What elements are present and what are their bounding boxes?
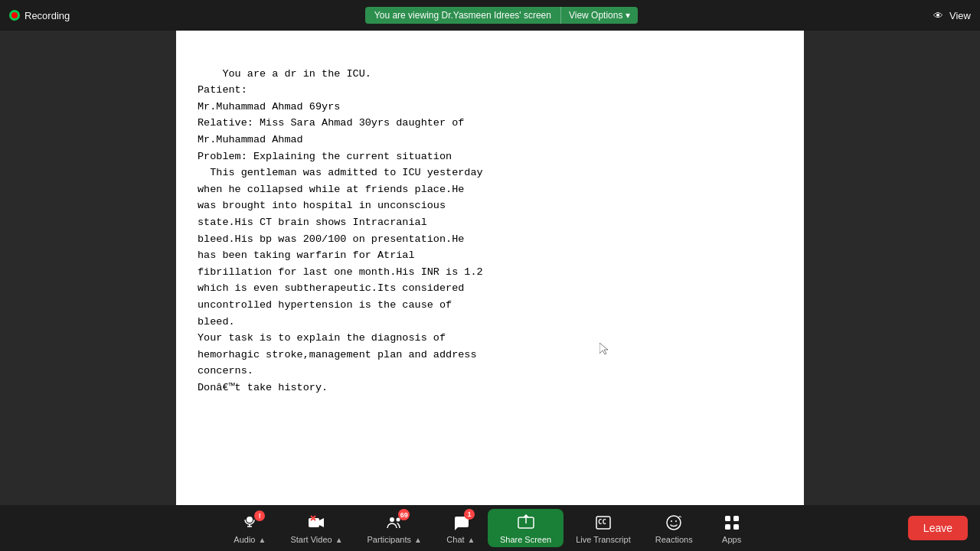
live-transcript-button[interactable]: CC Live Transcript <box>564 509 643 547</box>
svg-rect-16 <box>733 516 739 521</box>
view-label: View <box>949 10 971 21</box>
recording-green-dot <box>9 10 20 21</box>
svg-point-7 <box>390 517 394 522</box>
chat-icon: 1 <box>450 512 472 533</box>
apps-icon <box>721 512 743 533</box>
live-transcript-icon: CC <box>593 512 614 533</box>
chat-arrow: ▲ <box>468 536 475 544</box>
share-screen-icon <box>515 512 537 533</box>
shared-document: You are a dr in the ICU. Patient: Mr.Muh… <box>176 31 804 505</box>
reactions-label: Reactions <box>655 535 693 544</box>
reactions-icon <box>663 512 684 533</box>
chat-button[interactable]: 1 Chat ▲ <box>434 509 488 547</box>
reactions-button[interactable]: Reactions <box>643 509 705 547</box>
chevron-down-icon: ▾ <box>626 10 630 21</box>
participants-count: 69 <box>398 509 410 520</box>
live-transcript-label: Live Transcript <box>576 535 631 544</box>
screen-share-banner: You are viewing Dr.Yasmeen Idrees' scree… <box>365 7 639 24</box>
audio-badge: ! <box>254 510 265 521</box>
view-options-button[interactable]: View Options ▾ <box>560 7 638 24</box>
leave-button[interactable]: Leave <box>908 516 968 540</box>
svg-text:CC: CC <box>598 518 606 526</box>
video-arrow: ▲ <box>335 536 343 544</box>
participants-button[interactable]: 69 Participants ▲ <box>355 509 434 547</box>
participants-icon: 69 <box>384 512 405 533</box>
top-bar: Recording You are viewing Dr.Yasmeen Idr… <box>0 0 980 31</box>
document-text: You are a dr in the ICU. Patient: Mr.Muh… <box>198 68 483 393</box>
recording-red-dot <box>11 12 18 18</box>
audio-arrow: ▲ <box>258 536 266 544</box>
svg-point-12 <box>667 516 681 530</box>
video-button[interactable]: Start Video ▲ <box>278 509 354 547</box>
audio-icon: ! <box>239 512 260 533</box>
recording-label: Recording <box>24 10 70 21</box>
chat-badge: 1 <box>464 509 475 520</box>
screen-banner-text: You are viewing Dr.Yasmeen Idrees' scree… <box>365 7 560 24</box>
recording-indicator: Recording <box>9 10 70 21</box>
top-right-controls: 👁 View <box>933 10 971 21</box>
audio-button[interactable]: ! Audio ▲ <box>221 509 278 547</box>
share-screen-button[interactable]: Share Screen <box>488 509 564 547</box>
svg-rect-17 <box>725 524 730 530</box>
svg-point-13 <box>671 520 672 522</box>
participants-label: Participants <box>368 535 411 544</box>
svg-point-14 <box>675 520 677 522</box>
video-label: Start Video <box>290 535 332 544</box>
chat-label: Chat <box>446 535 464 544</box>
video-icon <box>305 512 327 533</box>
view-icon: 👁 <box>933 10 943 21</box>
share-screen-label: Share Screen <box>500 535 551 544</box>
svg-rect-18 <box>733 524 739 530</box>
apps-button[interactable]: Apps <box>705 509 759 547</box>
apps-label: Apps <box>722 535 741 544</box>
main-content: You are a dr in the ICU. Patient: Mr.Muh… <box>0 31 980 505</box>
svg-marker-6 <box>319 518 324 527</box>
svg-rect-15 <box>725 516 730 521</box>
svg-point-0 <box>247 517 253 523</box>
participants-arrow: ▲ <box>414 536 422 544</box>
audio-label: Audio <box>234 535 255 544</box>
toolbar: ! Audio ▲ Start Video ▲ <box>0 505 980 551</box>
